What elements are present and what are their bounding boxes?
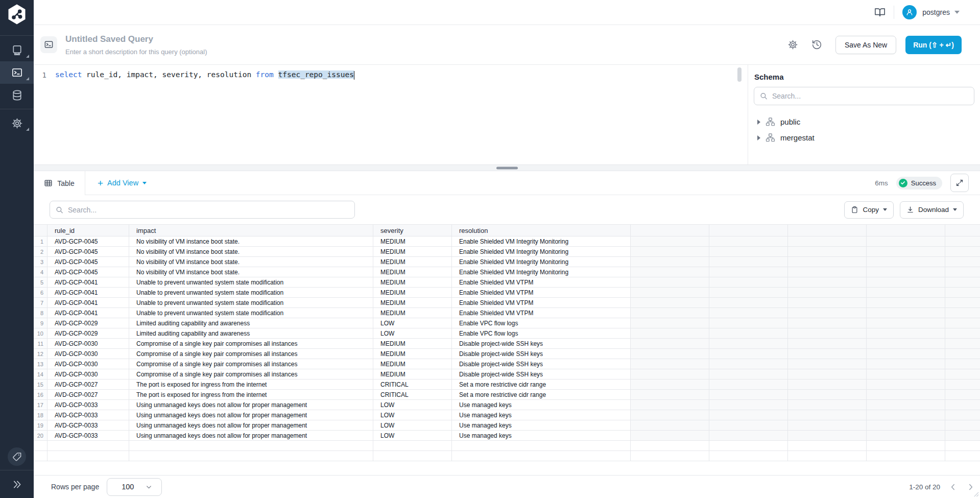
tree-expand-caret-icon[interactable]	[757, 135, 760, 140]
schema-tree-item-public[interactable]: public	[754, 114, 974, 130]
query-settings-button[interactable]	[787, 39, 798, 50]
table-cell[interactable]: AVD-GCP-0041	[47, 298, 129, 308]
table-cell[interactable]: AVD-GCP-0041	[47, 277, 129, 288]
table-cell[interactable]: AVD-GCP-0029	[47, 318, 129, 328]
resize-handle[interactable]	[496, 167, 518, 169]
table-cell[interactable]: No visibility of VM instance boot state.	[129, 257, 373, 267]
table-cell[interactable]: Limited auditing capability and awarenes…	[129, 328, 373, 339]
tab-table[interactable]: Table	[34, 171, 85, 195]
table-cell[interactable]: The port is exposed for ingress from the…	[129, 380, 373, 390]
table-cell[interactable]: Disable project-wide SSH keys	[452, 359, 631, 369]
table-cell[interactable]: Use managed keys	[452, 420, 631, 431]
table-cell[interactable]: MEDIUM	[373, 339, 452, 349]
table-cell[interactable]: AVD-GCP-0041	[47, 308, 129, 318]
column-header-impact[interactable]: impact	[129, 224, 373, 236]
table-cell[interactable]: AVD-GCP-0027	[47, 390, 129, 400]
table-cell[interactable]: AVD-GCP-0029	[47, 328, 129, 339]
table-cell[interactable]: AVD-GCP-0033	[47, 431, 129, 441]
table-cell[interactable]: Enable Shielded VM Integrity Monitoring	[452, 267, 631, 277]
table-cell[interactable]: MEDIUM	[373, 369, 452, 380]
table-cell[interactable]: Enable Shielded VM Integrity Monitoring	[452, 257, 631, 267]
save-as-new-button[interactable]: Save As New	[835, 36, 896, 54]
table-cell[interactable]: No visibility of VM instance boot state.	[129, 236, 373, 247]
sql-editor[interactable]: 1 select rule_id, impact, severity, reso…	[34, 65, 748, 164]
table-cell[interactable]: Compromise of a single key pair compromi…	[129, 369, 373, 380]
sidebar-item-tags[interactable]	[0, 443, 34, 470]
previous-page-button[interactable]	[949, 483, 958, 491]
table-cell[interactable]: CRITICAL	[373, 390, 452, 400]
table-cell[interactable]: Enable Shielded VM VTPM	[452, 288, 631, 298]
sidebar-item-database[interactable]	[0, 84, 34, 106]
table-cell[interactable]: Using unmanaged keys does not allow for …	[129, 410, 373, 420]
results-search-input[interactable]	[50, 201, 355, 219]
table-cell[interactable]: MEDIUM	[373, 349, 452, 359]
sidebar-expand-button[interactable]	[0, 470, 34, 498]
table-cell[interactable]: MEDIUM	[373, 277, 452, 288]
table-cell[interactable]: AVD-GCP-0030	[47, 339, 129, 349]
table-cell[interactable]: MEDIUM	[373, 308, 452, 318]
column-header-rule_id[interactable]: rule_id	[47, 224, 129, 236]
table-cell[interactable]: MEDIUM	[373, 359, 452, 369]
table-cell[interactable]: No visibility of VM instance boot state.	[129, 247, 373, 257]
table-cell[interactable]: Enable Shielded VM Integrity Monitoring	[452, 247, 631, 257]
table-cell[interactable]: Using unmanaged keys does not allow for …	[129, 420, 373, 431]
table-cell[interactable]: MEDIUM	[373, 247, 452, 257]
download-button[interactable]: Download	[900, 201, 964, 219]
sidebar-item-settings[interactable]	[0, 112, 34, 134]
table-cell[interactable]: Use managed keys	[452, 410, 631, 420]
sidebar-item-repos[interactable]	[0, 39, 34, 61]
table-cell[interactable]: Disable project-wide SSH keys	[452, 339, 631, 349]
table-cell[interactable]: Disable project-wide SSH keys	[452, 349, 631, 359]
table-cell[interactable]: MEDIUM	[373, 288, 452, 298]
expand-results-button[interactable]	[950, 174, 969, 192]
table-cell[interactable]: Unable to prevent unwanted system state …	[129, 277, 373, 288]
table-cell[interactable]: MEDIUM	[373, 298, 452, 308]
column-header-severity[interactable]: severity	[373, 224, 452, 236]
table-cell[interactable]: LOW	[373, 410, 452, 420]
table-cell[interactable]: AVD-GCP-0033	[47, 400, 129, 410]
table-cell[interactable]: AVD-GCP-0033	[47, 410, 129, 420]
query-description-placeholder[interactable]: Enter a short description for this query…	[65, 48, 207, 56]
table-cell[interactable]: AVD-GCP-0045	[47, 257, 129, 267]
table-cell[interactable]: No visibility of VM instance boot state.	[129, 267, 373, 277]
table-cell[interactable]: MEDIUM	[373, 236, 452, 247]
table-cell[interactable]: LOW	[373, 431, 452, 441]
table-cell[interactable]: Set a more restrictive cidr range	[452, 390, 631, 400]
table-cell[interactable]: AVD-GCP-0045	[47, 267, 129, 277]
table-cell[interactable]: MEDIUM	[373, 267, 452, 277]
editor-scrollbar-thumb[interactable]	[737, 67, 742, 82]
table-cell[interactable]: LOW	[373, 400, 452, 410]
table-cell[interactable]: AVD-GCP-0041	[47, 288, 129, 298]
table-cell[interactable]: Enable Shielded VM VTPM	[452, 308, 631, 318]
table-cell[interactable]: CRITICAL	[373, 380, 452, 390]
table-cell[interactable]: The port is exposed for ingress from the…	[129, 390, 373, 400]
table-cell[interactable]: Compromise of a single key pair compromi…	[129, 339, 373, 349]
schema-search-input[interactable]	[754, 87, 974, 105]
table-cell[interactable]: Limited auditing capability and awarenes…	[129, 318, 373, 328]
table-cell[interactable]: Compromise of a single key pair compromi…	[129, 359, 373, 369]
table-cell[interactable]: AVD-GCP-0030	[47, 359, 129, 369]
sidebar-item-queries[interactable]	[0, 61, 34, 84]
table-cell[interactable]: Use managed keys	[452, 400, 631, 410]
table-cell[interactable]: AVD-GCP-0027	[47, 380, 129, 390]
copy-button[interactable]: Copy	[844, 201, 894, 219]
table-cell[interactable]: AVD-GCP-0033	[47, 420, 129, 431]
mergestat-logo[interactable]	[0, 0, 34, 29]
query-title[interactable]: Untitled Saved Query	[65, 34, 207, 44]
table-cell[interactable]: Disable project-wide SSH keys	[452, 369, 631, 380]
table-cell[interactable]: Enable VPC flow logs	[452, 318, 631, 328]
query-history-button[interactable]	[811, 39, 822, 50]
resize-corner-handle[interactable]	[973, 491, 979, 497]
table-cell[interactable]: AVD-GCP-0045	[47, 236, 129, 247]
schema-tree-item-mergestat[interactable]: mergestat	[754, 130, 974, 146]
user-menu[interactable]: postgres	[902, 5, 960, 19]
table-cell[interactable]: Using unmanaged keys does not allow for …	[129, 431, 373, 441]
table-cell[interactable]: Use managed keys	[452, 431, 631, 441]
table-cell[interactable]: LOW	[373, 328, 452, 339]
table-cell[interactable]: Unable to prevent unwanted system state …	[129, 298, 373, 308]
table-cell[interactable]: AVD-GCP-0030	[47, 349, 129, 359]
table-cell[interactable]: AVD-GCP-0030	[47, 369, 129, 380]
table-cell[interactable]: LOW	[373, 420, 452, 431]
panel-resize-bar[interactable]	[34, 164, 980, 171]
documentation-link[interactable]	[874, 7, 886, 18]
